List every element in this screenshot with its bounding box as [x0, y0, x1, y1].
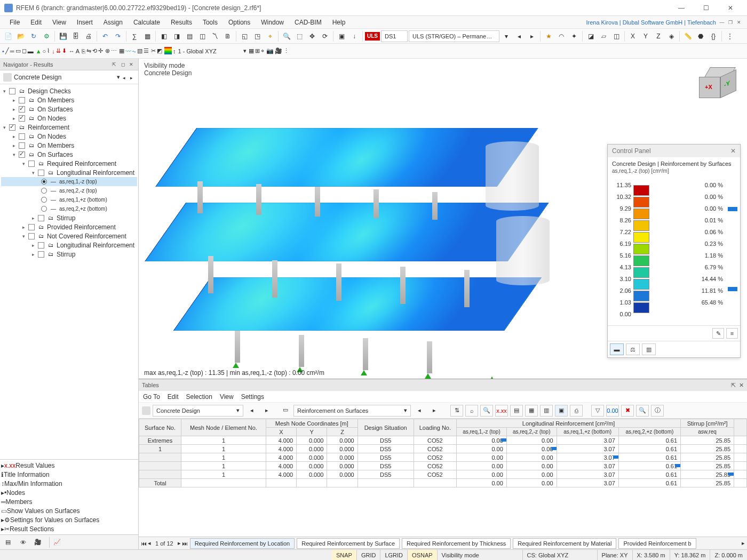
close-panel-icon[interactable]: ✕	[128, 61, 135, 68]
nav-data-icon[interactable]: ◧	[158, 30, 170, 42]
tables-close-icon[interactable]: ✕	[736, 382, 744, 389]
diagram2-icon[interactable]: ⏦	[132, 48, 136, 54]
tree-reinforcement[interactable]: ▾🗂Reinforcement	[1, 123, 137, 132]
tree-provided[interactable]: ▸🗂Provided Reinforcement	[1, 222, 137, 231]
range-icon[interactable]: ↕	[173, 48, 176, 54]
menu-file[interactable]: File	[4, 17, 25, 28]
filter-icon[interactable]: ⌖	[264, 30, 276, 42]
navtab-display-icon[interactable]: 👁	[17, 537, 29, 548]
cp-tab-colors-icon[interactable]: ▬	[610, 343, 624, 355]
menu-assign[interactable]: Assign	[98, 17, 128, 28]
lgrid-toggle[interactable]: LGRID	[380, 550, 408, 560]
tm-selection[interactable]: Selection	[186, 393, 212, 401]
opt-result-values[interactable]: ▸x.xxResult Values	[1, 461, 137, 470]
opt-settings-values[interactable]: ▸⚙Settings for Values on Surfaces	[1, 515, 137, 524]
table-tab-provided[interactable]: Provided Reinforcement b	[618, 538, 696, 549]
view-y-icon[interactable]: Y	[640, 30, 651, 42]
page-first-icon[interactable]: ⏮	[141, 540, 147, 547]
wire-icon[interactable]: ▱	[598, 30, 609, 42]
axes-icon[interactable]: ✦	[568, 30, 580, 42]
close-button[interactable]: ✕	[718, 0, 743, 16]
opt-maxmin[interactable]: ↕Max/Min Information	[1, 479, 137, 488]
tree-r-surfaces[interactable]: ▾🗂On Surfaces	[1, 150, 137, 159]
zoomwin-icon[interactable]: ⬚	[293, 30, 305, 42]
viewport-3d[interactable]: Visibility mode Concrete Design	[139, 59, 747, 379]
tree-nc-long[interactable]: ▸🗂Longitudinal Reinforcement	[1, 241, 137, 250]
menu-view[interactable]: View	[47, 17, 71, 28]
model-view-icon[interactable]: ▣	[336, 30, 347, 42]
tm-goto[interactable]: Go To	[143, 393, 160, 401]
page-prev-icon[interactable]: ◂	[148, 540, 151, 547]
tree-radio-4[interactable]: —as,req,2,+z (bottom)	[1, 204, 137, 213]
tables-find-icon[interactable]: 🔍	[480, 405, 493, 417]
opt-members[interactable]: ═Members	[1, 497, 137, 506]
menu-cadbim[interactable]: CAD-BIM	[289, 17, 327, 28]
tree-radio-2[interactable]: —as,req,2,-z (top)	[1, 186, 137, 195]
gear-icon[interactable]: ⚙	[41, 30, 52, 42]
mirror-icon[interactable]: ⇋	[86, 47, 91, 54]
osnap-toggle[interactable]: OSNAP	[408, 550, 438, 560]
print-icon[interactable]: 🖨	[83, 30, 94, 42]
tables-pin-icon[interactable]: ⇱	[731, 382, 736, 389]
node-icon[interactable]: •	[2, 48, 4, 54]
pan-icon[interactable]: ✥	[306, 30, 318, 42]
tables-view3-icon[interactable]: ▥	[540, 405, 553, 417]
tm-view[interactable]: View	[220, 393, 234, 401]
tables-xxx-icon[interactable]: x.xx	[495, 405, 508, 417]
tables-sync-icon[interactable]: ⇅	[450, 405, 463, 417]
solid2-icon[interactable]: ▬	[28, 48, 34, 54]
legend-slider[interactable]	[727, 207, 738, 291]
table-tab-location[interactable]: Required Reinforcement by Location	[190, 538, 295, 549]
addon-icon[interactable]: ⬣	[695, 30, 706, 42]
opt-title[interactable]: ℹTitle Information	[1, 470, 137, 479]
maximize-button[interactable]: ☐	[694, 0, 718, 16]
loads-icon[interactable]: ↓	[348, 30, 360, 42]
page-last-icon[interactable]: ⏭	[182, 540, 188, 547]
member-result-icon[interactable]: ☰	[144, 47, 149, 54]
tables-next-addon-icon[interactable]: ▸	[260, 405, 273, 417]
tree-required[interactable]: ▾🗂Required Reinforcement	[1, 159, 137, 168]
mdi-restore-icon[interactable]: ❐	[727, 19, 734, 26]
saveall-icon[interactable]: 🗄	[70, 30, 82, 42]
transparent-icon[interactable]: ◫	[610, 30, 622, 42]
tables-result-combo[interactable]: Reinforcement on Surfaces▾	[293, 405, 411, 417]
menu-insert[interactable]: Insert	[71, 17, 98, 28]
view-z-icon[interactable]: Z	[653, 30, 664, 42]
script-icon[interactable]: {}	[708, 30, 719, 42]
table-tab-thickness[interactable]: Required Reinforcement by Thickness	[402, 538, 511, 549]
float-icon[interactable]: ◻	[119, 61, 126, 68]
reload-icon[interactable]: ↻	[28, 30, 39, 42]
opt-sections[interactable]: ▸✂Result Sections	[1, 524, 137, 533]
coordinate-system-combo[interactable]: 1 - Global XYZ	[178, 48, 242, 54]
mdi-close-icon[interactable]: ✕	[735, 19, 743, 26]
load-area-icon[interactable]: ⬇	[62, 47, 67, 54]
clip-icon[interactable]: ◩	[157, 47, 162, 54]
spreadsheet-icon[interactable]: ▦	[141, 30, 153, 42]
dropdown-icon[interactable]: ▾	[500, 30, 512, 42]
grid-toggle[interactable]: GRID	[357, 550, 381, 560]
tree-nc-stirrup[interactable]: ▸🗂Stirrup	[1, 250, 137, 259]
next-lc-icon[interactable]: ▸	[526, 30, 538, 42]
menu-edit[interactable]: Edit	[25, 17, 47, 28]
minimize-button[interactable]: —	[669, 0, 694, 16]
nav-prev-icon[interactable]: ◂	[120, 75, 128, 81]
dropdown2-icon[interactable]: ▾	[243, 47, 247, 54]
copy-icon[interactable]: ⎘	[82, 48, 85, 54]
table-icon[interactable]: ▤	[184, 30, 195, 42]
solid-icon[interactable]: ◪	[585, 30, 597, 42]
table-tab-material[interactable]: Required Reinforcement by Material	[513, 538, 616, 549]
colorbar-icon[interactable]	[164, 47, 172, 55]
legend-edit-icon[interactable]: ✎	[712, 328, 724, 339]
load-node-icon[interactable]: ↓	[52, 48, 55, 54]
menu-calculate[interactable]: Calculate	[128, 17, 165, 28]
cp-tab-filter-icon[interactable]: ▥	[642, 343, 656, 355]
tree-r-nodes[interactable]: ▸🗂On Nodes	[1, 132, 137, 141]
tm-edit[interactable]: Edit	[168, 393, 179, 401]
tables-export-icon[interactable]: ⎙	[570, 405, 583, 417]
navigator-combo[interactable]: Concrete Design ▾ ◂▸	[0, 70, 138, 84]
table-tab-surface[interactable]: Required Reinforcement by Surface	[297, 538, 400, 549]
tables-filter-icon[interactable]: ⌕	[465, 405, 478, 417]
navtab-data-icon[interactable]: ▤	[2, 537, 14, 548]
deform-icon[interactable]: ◠	[555, 30, 567, 42]
diagram-icon[interactable]: 〽	[209, 30, 221, 42]
